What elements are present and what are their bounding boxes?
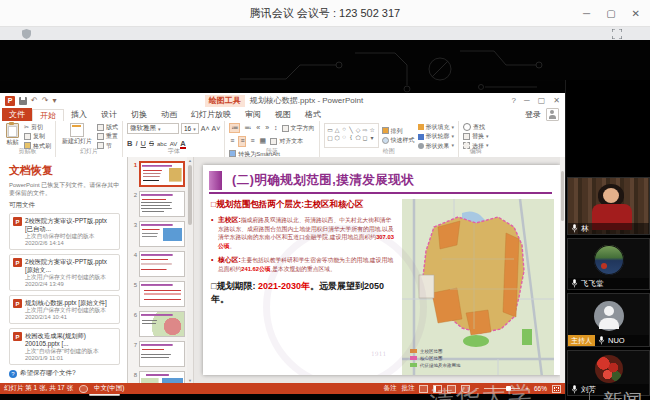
ppt-help-icon[interactable]: ? bbox=[512, 96, 516, 105]
recovered-file-item[interactable]: P 校园改造成果(规划师) 200105.pptx [... 上次"自动保存"时… bbox=[9, 328, 120, 365]
tab-home[interactable]: 开始 bbox=[32, 109, 64, 121]
tab-slideshow[interactable]: 幻灯片放映 bbox=[184, 108, 238, 121]
notes-button[interactable]: 备注 bbox=[383, 384, 396, 393]
normal-view-icon[interactable] bbox=[419, 385, 428, 393]
tab-format[interactable]: 格式 bbox=[298, 108, 328, 121]
slide-thumbnail-6[interactable]: 6 bbox=[131, 311, 191, 337]
maximize-icon[interactable]: ▢ bbox=[606, 8, 615, 19]
participant-tile-lin[interactable]: 林 bbox=[567, 177, 650, 235]
font-size-combobox[interactable]: 16▾ bbox=[181, 123, 199, 134]
replace-button[interactable]: 替换▾ bbox=[463, 132, 489, 140]
new-slide-button[interactable]: 新建幻灯片 bbox=[60, 123, 94, 148]
reset-button[interactable]: 重置 bbox=[97, 132, 118, 140]
zoom-out-button[interactable]: − bbox=[475, 385, 479, 392]
thumbnail-scrollbar[interactable]: ▲ ▼ bbox=[187, 157, 193, 383]
slide-thumbnail-3[interactable]: 3 bbox=[131, 221, 191, 247]
tab-review[interactable]: 审阅 bbox=[238, 108, 268, 121]
slide-title: (二)明确规划范围,摸清发展现状 bbox=[232, 171, 414, 190]
shapes-gallery[interactable]: ▭△○╲◇⇨☆ ▢⬡◌{⬠◻▾ bbox=[324, 123, 379, 148]
character-spacing-button[interactable]: AV bbox=[170, 141, 178, 147]
line-spacing-button[interactable]: ↕ bbox=[273, 124, 279, 132]
recovered-file-item[interactable]: P 2校医院方案审议-PPT版.pptx [原始文... 上次用户保存文件时创建… bbox=[9, 254, 120, 291]
arrange-column: 排列 快速样式 bbox=[382, 123, 415, 148]
slide-sorter-view-icon[interactable] bbox=[433, 385, 442, 393]
powerpoint-logo-icon[interactable]: P bbox=[5, 96, 15, 106]
numbering-button[interactable]: ≕ bbox=[243, 124, 252, 132]
window-controls: ─ ▢ ✕ bbox=[583, 0, 640, 26]
reading-view-icon[interactable] bbox=[447, 385, 456, 393]
participant-tile-nuo[interactable]: 主持人 NUO bbox=[567, 293, 650, 347]
find-button[interactable]: 查找 bbox=[463, 123, 489, 131]
tab-transitions[interactable]: 切换 bbox=[124, 108, 154, 121]
change-case-button[interactable]: abc bbox=[157, 141, 167, 147]
fullscreen-icon[interactable] bbox=[612, 29, 622, 39]
ppt-maximize-icon[interactable]: ▢ bbox=[538, 96, 546, 105]
align-left-button[interactable]: ≡ bbox=[229, 137, 235, 145]
shape-outline-button[interactable]: 形状轮廓▾ bbox=[418, 132, 455, 140]
recovery-available-label: 可用文件 bbox=[9, 201, 120, 210]
recovered-file-item[interactable]: P 2校医院方案审议-PPT版.pptx [已自动... 上次自动保存时创建的版… bbox=[9, 213, 120, 250]
scrollbar-thumb[interactable] bbox=[188, 165, 192, 225]
grow-font-button[interactable]: A˄ bbox=[201, 125, 210, 132]
shape-more-icon: ▾ bbox=[371, 134, 374, 141]
sign-in-link[interactable]: 登录 bbox=[525, 109, 541, 120]
arrange-button[interactable]: 排列 bbox=[382, 127, 415, 135]
zoom-slider[interactable] bbox=[484, 388, 520, 389]
minimize-icon[interactable]: ─ bbox=[583, 8, 590, 19]
accessibility-icon[interactable] bbox=[79, 385, 88, 393]
text-direction-button[interactable]: 文字方向 bbox=[282, 124, 315, 132]
account-avatar-icon[interactable] bbox=[546, 108, 559, 121]
tab-animations[interactable]: 动画 bbox=[154, 108, 184, 121]
align-text-button[interactable]: 对齐文本 bbox=[270, 137, 303, 145]
increase-indent-button[interactable]: » bbox=[264, 124, 270, 132]
fit-slide-icon[interactable] bbox=[552, 385, 561, 393]
ppt-minimize-icon[interactable]: ─ bbox=[524, 96, 530, 105]
recovery-subtitle: PowerPoint 已恢复下列文件。请保存其中要保留的文件。 bbox=[9, 181, 120, 197]
copy-button[interactable]: 复制 bbox=[24, 132, 51, 140]
tab-insert[interactable]: 插入 bbox=[64, 108, 94, 121]
decrease-indent-button[interactable]: « bbox=[255, 124, 261, 132]
paste-button[interactable]: 粘贴 bbox=[4, 123, 21, 148]
slide-thumbnail-5[interactable]: 5 bbox=[131, 281, 191, 307]
bullets-button[interactable]: ≔ bbox=[229, 123, 240, 133]
save-icon[interactable] bbox=[19, 97, 27, 105]
slide-thumbnail-8[interactable]: 8 bbox=[131, 371, 191, 383]
cut-button[interactable]: ✂剪切 bbox=[24, 123, 51, 131]
shrink-font-button[interactable]: A˅ bbox=[212, 125, 221, 132]
zoom-in-button[interactable]: + bbox=[525, 385, 529, 392]
font-controls-row: 微软雅黑▾ 16▾ A˄ A˅ bbox=[127, 123, 220, 134]
slide-thumbnail-1[interactable]: 1 bbox=[131, 161, 191, 187]
redo-icon[interactable]: ↷ bbox=[42, 97, 49, 105]
participant-tile-feifeitang[interactable]: 飞飞堂 bbox=[567, 238, 650, 290]
avatar bbox=[594, 245, 624, 275]
layout-button[interactable]: 版式 bbox=[97, 123, 118, 131]
slide-canvas[interactable]: 1911 (二)明确规划范围,摸清发展现状 □规划范围包括两个层次:主校区和核心… bbox=[203, 165, 560, 375]
close-icon[interactable]: ✕ bbox=[632, 8, 640, 19]
security-shield-icon bbox=[22, 29, 31, 39]
undo-icon[interactable]: ↶ bbox=[31, 97, 38, 105]
slide-thumbnail-2[interactable]: 2 bbox=[131, 191, 191, 217]
shape-fill-button[interactable]: 形状填充▾ bbox=[418, 123, 455, 131]
tab-file[interactable]: 文件 bbox=[2, 108, 32, 121]
slide-thumbnail-7[interactable]: 7 bbox=[131, 341, 191, 367]
participant-tile-liufang[interactable]: 刘芳 bbox=[567, 350, 650, 396]
tab-view[interactable]: 视图 bbox=[268, 108, 298, 121]
tab-design[interactable]: 设计 bbox=[94, 108, 124, 121]
scroll-up-icon[interactable]: ▲ bbox=[188, 158, 192, 162]
zoom-level[interactable]: 66% bbox=[534, 385, 547, 392]
language-indicator[interactable]: 中文(中国) bbox=[94, 384, 124, 393]
slideshow-view-icon[interactable] bbox=[461, 385, 470, 393]
quick-styles-button[interactable]: 快速样式 bbox=[382, 136, 415, 144]
scroll-down-icon[interactable]: ▼ bbox=[188, 378, 192, 382]
ppt-file-icon: P bbox=[13, 299, 22, 308]
recovered-file-item[interactable]: P 规划核心数据.pptx [原始文件] 上次用户保存文件时创建的版本 2020… bbox=[9, 295, 120, 324]
justify-button[interactable]: ▦ bbox=[259, 137, 268, 145]
qat-customize-icon[interactable]: ▾ bbox=[52, 97, 56, 105]
comments-button[interactable]: 批注 bbox=[401, 384, 414, 393]
align-center-button[interactable]: ≡ bbox=[238, 136, 246, 146]
ppt-close-icon[interactable]: ✕ bbox=[553, 96, 560, 105]
font-name-combobox[interactable]: 微软雅黑▾ bbox=[127, 123, 179, 134]
align-right-button[interactable]: ≡ bbox=[249, 137, 255, 145]
participant-namebar: 刘芳 bbox=[568, 384, 649, 395]
slide-thumbnail-4[interactable]: 4 bbox=[131, 251, 191, 277]
